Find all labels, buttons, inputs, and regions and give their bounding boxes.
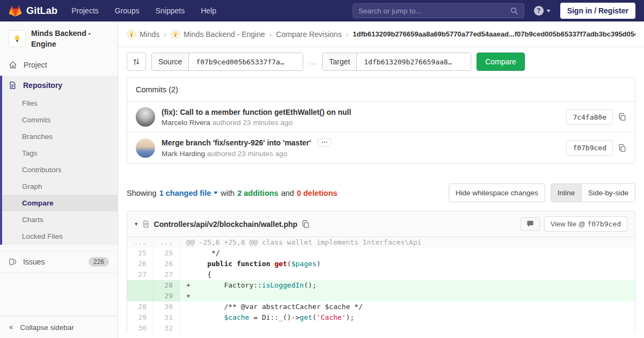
commit-author-link[interactable]: Mark Harding	[162, 150, 205, 158]
sidebar-item-branches[interactable]: Branches	[2, 128, 118, 145]
sidebar-item-tags[interactable]: Tags	[2, 145, 118, 161]
lightbulb-icon	[129, 32, 134, 37]
code-line: + Factory::isLoggedIn();	[180, 280, 635, 291]
comment-bubble-icon	[526, 221, 534, 227]
sidebar-item-files[interactable]: Files	[2, 95, 118, 112]
repository-section: Repository FilesCommitsBranchesTagsContr…	[0, 76, 118, 245]
commit-sha-link[interactable]: 7c4fa80e	[566, 109, 613, 125]
nav-item-groups[interactable]: Groups	[115, 6, 140, 15]
line-number-new[interactable]: 26	[153, 259, 180, 269]
line-number-old[interactable]	[127, 280, 153, 291]
project-header[interactable]: Minds Backend - Engine	[0, 21, 118, 55]
author-avatar[interactable]	[136, 107, 155, 127]
help-menu[interactable]: ?	[534, 6, 551, 16]
lightbulb-icon	[173, 32, 178, 37]
gitlab-tanuki-icon	[9, 4, 22, 17]
nav-item-snippets[interactable]: Snippets	[156, 6, 185, 15]
breadcrumb-item-project[interactable]: Minds Backend - Engine	[171, 30, 265, 39]
line-number-old[interactable]: 28	[127, 302, 153, 312]
sidebar-item-issues[interactable]: Issues 226	[0, 251, 118, 273]
line-number-new[interactable]: 31	[153, 312, 180, 323]
source-revision-group: Source	[151, 53, 303, 71]
sidebar-item-compare[interactable]: Compare	[2, 195, 118, 211]
sidebar-item-contributors[interactable]: Contributors	[2, 161, 118, 178]
diff-line-row: 2525 */	[127, 248, 635, 259]
source-label: Source	[152, 53, 189, 70]
toggle-comments-button[interactable]	[521, 217, 540, 231]
file-path-link[interactable]: Controllers/api/v2/blockchain/wallet.php	[154, 220, 298, 229]
line-number-old[interactable]: 30	[127, 323, 153, 334]
code-line	[180, 323, 635, 334]
caret-down-icon	[214, 192, 218, 194]
copy-sha-button[interactable]	[618, 144, 626, 152]
breadcrumb-item-minds[interactable]: Minds	[127, 30, 159, 39]
line-number-old[interactable]: 29	[127, 312, 153, 323]
inline-view-button[interactable]: Inline	[551, 184, 581, 202]
line-number-old[interactable]: 27	[127, 269, 153, 280]
sidebar-item-project[interactable]: Project	[0, 55, 118, 75]
compare-button[interactable]: Compare	[477, 53, 525, 71]
nav-item-projects[interactable]: Projects	[71, 6, 99, 15]
author-avatar[interactable]	[136, 138, 155, 158]
line-number-old[interactable]: ...	[127, 237, 153, 248]
breadcrumb-item-compare-revisions[interactable]: Compare Revisions	[276, 30, 341, 39]
line-number-new[interactable]: ...	[153, 237, 180, 248]
hide-whitespace-button[interactable]: Hide whitespace changes	[449, 183, 545, 202]
sidebar-item-repository[interactable]: Repository	[2, 76, 118, 95]
line-number-old[interactable]: 26	[127, 259, 153, 269]
collapse-file-caret[interactable]: ▾	[135, 221, 138, 227]
line-number-old[interactable]	[127, 291, 153, 302]
source-revision-input[interactable]	[189, 53, 303, 70]
sidebar-item-graph[interactable]: Graph	[2, 178, 118, 195]
sidebar-item-locked-files[interactable]: Locked Files	[2, 228, 118, 245]
changed-files-dropdown[interactable]: 1 changed file	[159, 189, 218, 197]
search-input[interactable]	[358, 7, 510, 15]
chevron-down-icon	[546, 10, 551, 12]
swap-revisions-button[interactable]	[127, 53, 146, 71]
line-number-new[interactable]: 29	[153, 291, 180, 302]
diff-summary-bar: Showing 1 changed file with 2 additions …	[127, 183, 635, 202]
line-number-new[interactable]: 25	[153, 248, 180, 259]
diff-line-row: 2931 $cache = Di::_()->get('Cache');	[127, 312, 635, 323]
diff-line-row: 2830 /** @var abstractCacher $cache */	[127, 302, 635, 312]
line-number-new[interactable]: 28	[153, 280, 180, 291]
diff-line-row: 29+	[127, 291, 635, 302]
deletions-count: 0 deletions	[297, 189, 338, 197]
sign-in-button[interactable]: Sign in / Register	[560, 3, 635, 19]
breadcrumb: Minds › Minds Backend - Engine › Compare…	[118, 21, 644, 47]
collapse-sidebar-button[interactable]: « Collapse sidebar	[0, 316, 118, 338]
commit-title-link[interactable]: Merge branch 'fix/sentry-926' into 'mast…	[162, 138, 311, 147]
top-navbar: GitLab ProjectsGroupsSnippetsHelp ? Sign…	[0, 0, 644, 21]
search-box[interactable]	[353, 3, 524, 18]
diff-line-row: 2727 {	[127, 269, 635, 280]
code-line: public function get($pages)	[180, 259, 635, 269]
compare-form: Source ... Target Compare	[127, 53, 635, 71]
diff-line-row: 3032	[127, 323, 635, 334]
commit-title-link[interactable]: (fix): Call to a member function getEthW…	[162, 108, 351, 116]
commit-description-expander[interactable]: ···	[318, 138, 332, 146]
copy-sha-button[interactable]	[618, 113, 626, 121]
collapse-icon: «	[9, 322, 13, 332]
sidebar-item-charts[interactable]: Charts	[2, 211, 118, 228]
help-icon[interactable]: ?	[534, 6, 544, 16]
line-number-new[interactable]: 32	[153, 323, 180, 334]
project-name: Minds Backend - Engine	[31, 28, 109, 50]
commit-sha-link[interactable]: f07b9ced	[566, 140, 613, 156]
view-file-button[interactable]: View file @ f07b9ced	[544, 216, 627, 232]
copy-file-path-button[interactable]	[302, 220, 310, 229]
side-by-side-view-button[interactable]: Side-by-side	[581, 184, 635, 202]
commit-author-link[interactable]: Marcelo Rivera	[162, 119, 210, 127]
swap-arrows-icon	[133, 57, 140, 66]
diff-line-row: 28+ Factory::isLoggedIn();	[127, 280, 635, 291]
target-revision-input[interactable]	[357, 53, 471, 70]
issues-count-badge: 226	[89, 257, 109, 267]
line-number-old[interactable]: 25	[127, 248, 153, 259]
commits-header: Commits (2)	[127, 78, 635, 102]
diff-hunk-row: ......@@ -25,6 +25,8 @@ class wallet imp…	[127, 237, 635, 248]
sidebar-item-commits[interactable]: Commits	[2, 112, 118, 128]
line-number-new[interactable]: 27	[153, 269, 180, 280]
search-icon[interactable]	[510, 7, 518, 15]
line-number-new[interactable]: 30	[153, 302, 180, 312]
gitlab-logo[interactable]: GitLab	[9, 4, 57, 17]
nav-item-help[interactable]: Help	[201, 6, 216, 15]
